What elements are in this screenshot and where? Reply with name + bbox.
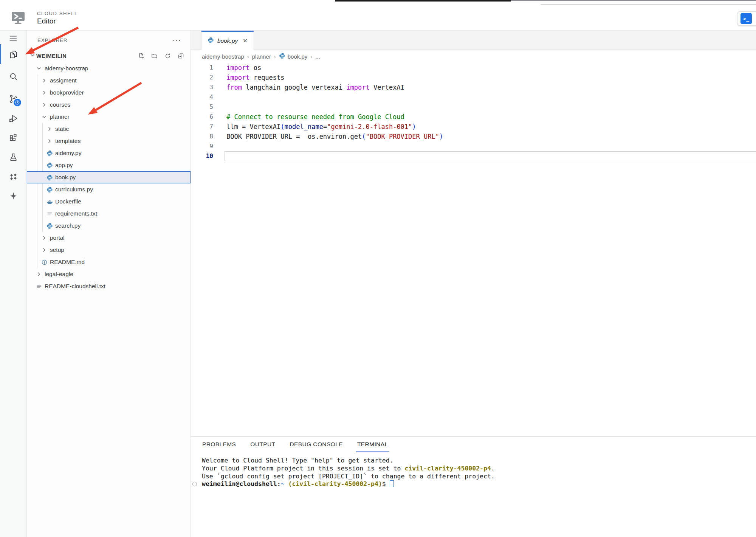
main-area: EXPLORER ··· WEIMEILIN aidemy-boostrapas… [0, 31, 756, 537]
line-number: 6 [191, 112, 218, 122]
panel-tab-output[interactable]: OUTPUT [250, 439, 276, 452]
python-icon [279, 53, 285, 60]
text-file-icon [46, 210, 55, 217]
tree-item-setup[interactable]: setup [27, 244, 191, 256]
new-folder-icon[interactable] [151, 52, 158, 60]
tab-book-py[interactable]: book.py ✕ [201, 31, 254, 50]
workspace-name: WEIMEILIN [36, 53, 138, 59]
activity-bar [0, 31, 27, 537]
tree-item-bookprovider[interactable]: bookprovider [27, 87, 191, 99]
code-text [218, 141, 756, 151]
activity-explorer-button[interactable] [0, 47, 26, 61]
close-icon[interactable]: ✕ [243, 37, 248, 44]
tree-item-label: templates [55, 138, 81, 144]
diamonds-icon [8, 172, 19, 182]
activity-cloud-code-button[interactable] [0, 170, 26, 183]
terminal-output[interactable]: Welcome to Cloud Shell! Type "help" to g… [191, 457, 756, 488]
tree-item-label: planner [50, 113, 70, 120]
tree-item-search-py[interactable]: search.py [27, 220, 191, 232]
activity-source-control-button[interactable] [0, 92, 26, 106]
tree-item-assigment[interactable]: assigment [27, 74, 191, 87]
terminal-line: Welcome to Cloud Shell! Type "help" to g… [202, 457, 756, 465]
breadcrumb-separator: › [310, 53, 312, 60]
chevron-right-icon [41, 101, 50, 108]
bottom-panel: PROBLEMSOUTPUTDEBUG CONSOLETERMINAL Welc… [191, 436, 756, 537]
tree-item-curriculums-py[interactable]: curriculums.py [27, 183, 191, 196]
breadcrumb-item[interactable]: planner [252, 53, 271, 60]
terminal-prompt-line: weimeilin@cloudshell:~ (civil-clarity-45… [202, 480, 756, 488]
panel-tab-debug-console[interactable]: DEBUG CONSOLE [289, 439, 343, 452]
tree-item-static[interactable]: static [27, 123, 191, 135]
chevron-right-icon [41, 77, 50, 84]
tree-item-requirements-txt[interactable]: requirements.txt [27, 208, 191, 220]
tree-item-label: book.py [55, 174, 76, 181]
tree-item-portal[interactable]: portal [27, 232, 191, 244]
tree-item-aidemy-boostrap[interactable]: aidemy-boostrap [27, 62, 191, 74]
activity-extensions-button[interactable] [0, 130, 26, 144]
explorer-title: EXPLORER [37, 37, 67, 43]
terminal-line: Use `gcloud config set project [PROJECT_… [202, 473, 756, 481]
new-file-icon[interactable] [138, 52, 145, 60]
activity-menu-button[interactable] [0, 31, 26, 45]
tree-item-legal-eagle[interactable]: legal-eagle [27, 268, 191, 280]
open-terminal-button[interactable]: >_ [737, 11, 756, 26]
tree-item-label: static [55, 126, 69, 132]
activity-gemini-button[interactable] [0, 189, 26, 203]
activity-testing-button[interactable] [0, 150, 26, 164]
tree-item-templates[interactable]: templates [27, 135, 191, 147]
explorer-more-icon[interactable]: ··· [172, 38, 181, 42]
activity-search-button[interactable] [0, 70, 26, 83]
files-icon [8, 49, 19, 59]
code-text [218, 92, 756, 102]
python-icon [46, 222, 55, 229]
tree-item-readme-md[interactable]: README.md [27, 256, 191, 268]
activity-run-debug-button[interactable] [0, 112, 26, 125]
line-number: 7 [191, 122, 218, 132]
code-line-5: 5 [191, 102, 756, 112]
tree-item-app-py[interactable]: app.py [27, 159, 191, 171]
workspace-section-row[interactable]: WEIMEILIN [27, 50, 191, 62]
tree-item-label: search.py [55, 222, 81, 229]
tree-item-label: README-cloudshell.txt [45, 283, 105, 290]
tree-item-dockerfile[interactable]: Dockerfile [27, 196, 191, 208]
tree-item-label: curriculums.py [55, 186, 93, 193]
line-number: 1 [191, 63, 218, 73]
tree-item-planner[interactable]: planner [27, 111, 191, 123]
code-text: import os [218, 63, 756, 73]
tree-item-label: aidemy-boostrap [45, 65, 88, 72]
refresh-icon[interactable] [164, 52, 172, 60]
tree-item-readme-cloudshell-txt[interactable]: README-cloudshell.txt [27, 280, 191, 292]
collapse-all-icon[interactable] [177, 52, 185, 60]
command-status-circle-icon [192, 482, 197, 486]
beaker-icon [8, 152, 19, 162]
breadcrumb-item[interactable]: aidemy-boostrap [202, 53, 244, 60]
code-line-1: 1import os [191, 63, 756, 73]
tree-item-aidemy-py[interactable]: aidemy.py [27, 147, 191, 159]
line-number: 3 [191, 82, 218, 92]
panel-tab-terminal[interactable]: TERMINAL [357, 439, 389, 452]
hamburger-icon [8, 33, 18, 43]
panel-tab-problems[interactable]: PROBLEMS [202, 439, 236, 452]
breadcrumb-item[interactable]: ... [315, 53, 320, 60]
line-number: 4 [191, 92, 218, 102]
code-editor[interactable]: 1import os2import requests3from langchai… [191, 63, 756, 436]
line-number: 5 [191, 102, 218, 112]
text-file-icon [36, 283, 44, 290]
tree-item-label: README.md [50, 259, 85, 265]
chevron-right-icon [46, 138, 55, 144]
code-line-7: 7llm = VertexAI(model_name="gemini-2.0-f… [191, 122, 756, 132]
tree-item-label: bookprovider [50, 89, 84, 96]
code-text: llm = VertexAI(model_name="gemini-2.0-fl… [218, 122, 756, 132]
tree-item-book-py[interactable]: book.py [27, 171, 191, 183]
chevron-down-icon [41, 113, 50, 120]
python-icon [46, 174, 55, 181]
code-text: BOOK_PROVIDER_URL = os.environ.get("BOOK… [218, 132, 756, 141]
python-icon [46, 162, 55, 169]
breadcrumb-item[interactable]: book.py [279, 53, 308, 60]
python-icon [46, 186, 55, 193]
tree-item-label: setup [50, 247, 64, 253]
chevron-right-icon [41, 234, 50, 241]
tree-item-courses[interactable]: courses [27, 99, 191, 111]
chevron-right-icon [46, 126, 55, 132]
code-line-10: 10 [191, 151, 756, 161]
